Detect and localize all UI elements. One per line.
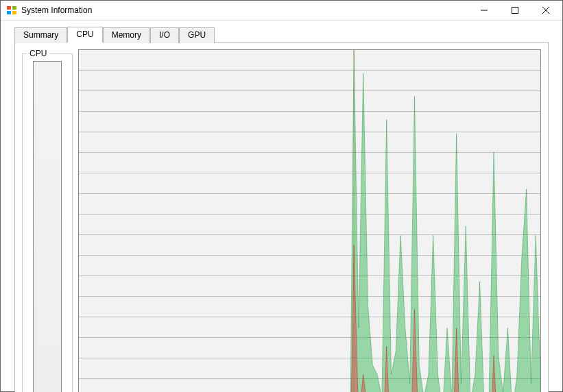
svg-rect-3: [12, 11, 16, 14]
cpu-gauge: [33, 61, 62, 392]
tab-cpu[interactable]: CPU: [67, 27, 102, 42]
svg-rect-0: [7, 6, 11, 10]
group-cpu-gauge: CPU 14.39%: [22, 53, 73, 392]
window-title: System Information: [21, 5, 468, 15]
titlebar: System Information: [1, 1, 562, 21]
charts-row: CPU 14.39%: [22, 49, 541, 392]
gauge-legend: CPU: [27, 49, 49, 58]
tab-summary[interactable]: Summary: [14, 27, 67, 43]
svg-rect-1: [12, 6, 16, 10]
app-icon: [6, 5, 17, 16]
close-button[interactable]: [530, 1, 561, 20]
tab-memory[interactable]: Memory: [103, 27, 150, 43]
minimize-button[interactable]: [468, 1, 499, 20]
tab-gpu[interactable]: GPU: [179, 27, 215, 43]
cpu-history-svg: [79, 50, 540, 392]
svg-rect-2: [7, 11, 11, 14]
maximize-button[interactable]: [499, 1, 530, 20]
cpu-history-chart: [78, 49, 541, 392]
tab-pane-cpu: CPU 14.39% Totals Handles71 145 Threads2…: [14, 42, 549, 392]
tabstrip: Summary CPU Memory I/O GPU: [1, 21, 562, 42]
svg-rect-5: [512, 8, 518, 14]
window: System Information Summary CPU Memory I/…: [0, 0, 563, 392]
tab-io[interactable]: I/O: [150, 27, 179, 43]
